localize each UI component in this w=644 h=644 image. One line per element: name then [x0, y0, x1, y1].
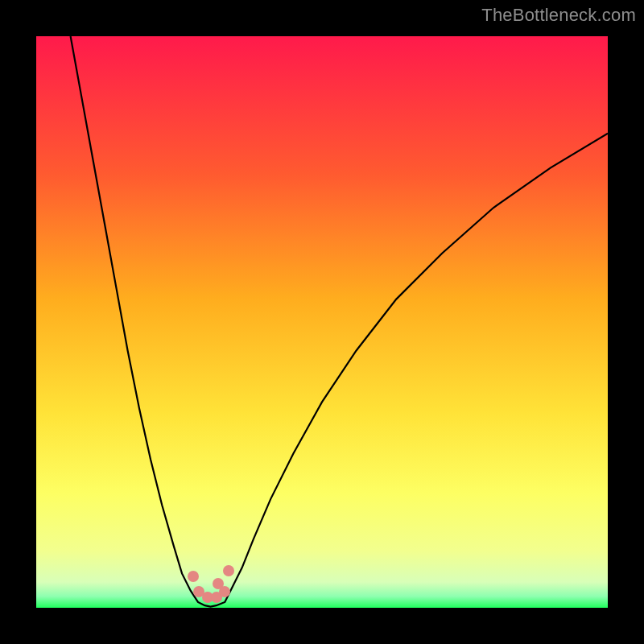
- plot-area: [36, 36, 608, 608]
- optimum-marker: [223, 565, 234, 576]
- chart-stage: TheBottleneck.com: [0, 0, 644, 644]
- curve-path: [71, 36, 608, 607]
- optimum-marker: [188, 571, 199, 582]
- optimum-marker: [219, 586, 230, 597]
- bottleneck-curve: [36, 36, 608, 608]
- watermark-text: TheBottleneck.com: [481, 5, 636, 26]
